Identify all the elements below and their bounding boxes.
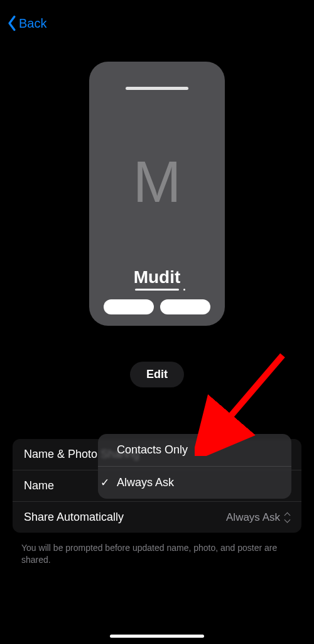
up-down-chevron-icon [284,513,290,522]
row-value: Always Ask [226,511,290,524]
card-action-pills [104,299,210,314]
checkmark-icon: ✓ [100,476,113,489]
share-automatically-menu: ✓ Contacts Only ✓ Always Ask [98,434,291,499]
home-indicator[interactable] [110,635,204,638]
name-underline [135,289,179,291]
edit-button-label: Edit [146,368,168,380]
back-button[interactable]: Back [6,15,46,31]
row-label: Share Automatically [24,511,124,524]
svg-line-1 [207,355,283,443]
chevron-left-icon [6,15,18,31]
back-label: Back [19,16,46,31]
footer-help-text: You will be prompted before updated name… [21,542,293,566]
menu-option-always-ask[interactable]: ✓ Always Ask [98,467,291,499]
contact-poster-preview: M Mudit [89,62,225,326]
contact-name: Mudit [134,267,181,287]
row-share-automatically[interactable]: Share Automatically Always Ask [13,502,301,533]
avatar-initial: M [133,96,181,267]
menu-option-contacts-only[interactable]: ✓ Contacts Only [98,434,291,467]
card-top-bar [126,87,188,90]
pill-right [160,299,210,314]
row-label: Name [24,479,54,492]
menu-option-label: Contacts Only [117,443,188,457]
edit-button[interactable]: Edit [130,362,184,387]
row-value-text: Always Ask [226,511,280,524]
menu-option-label: Always Ask [117,476,174,489]
pill-left [104,299,154,314]
